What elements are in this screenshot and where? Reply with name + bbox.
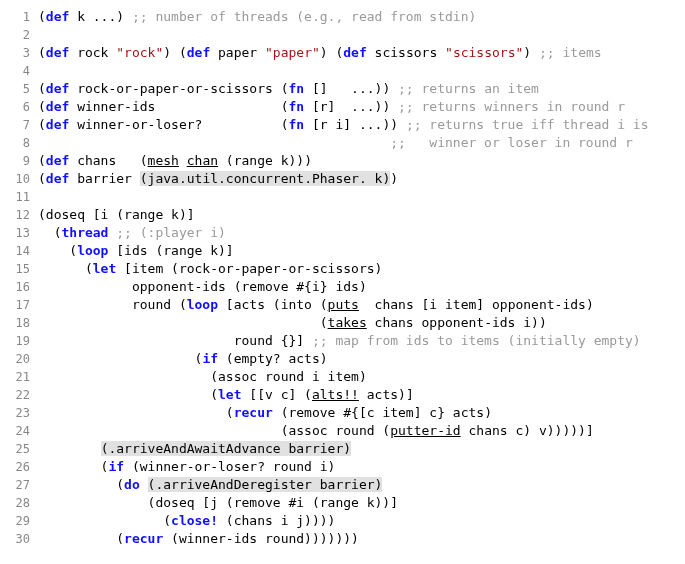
token: winner-ids ( (69, 99, 288, 114)
token: ( (38, 99, 46, 114)
token: ( (38, 81, 46, 96)
code-line: (recur (winner-ids round))))))) (38, 530, 675, 548)
token: (empty? acts) (218, 351, 328, 366)
token-ul: chan (187, 153, 218, 168)
code-line: (close! (chans i j)))) (38, 512, 675, 530)
code-line: (if (empty? acts) (38, 350, 675, 368)
line-number: 26 (10, 458, 38, 476)
token-hl: (.arriveAndDeregister barrier) (148, 477, 383, 492)
token: [r i] ...)) (304, 117, 406, 132)
code-line: (recur (remove #{[c item] c} acts) (38, 404, 675, 422)
token-ul: mesh (148, 153, 179, 168)
token: ) (523, 45, 539, 60)
token-ul: alts!! (312, 387, 359, 402)
token-ul: putter-id (390, 423, 460, 438)
token: (winner-ids round))))))) (163, 531, 359, 546)
token: ( (38, 387, 218, 402)
token: rock (69, 45, 116, 60)
line-number: 21 (10, 368, 38, 386)
token: chans [i item] opponent-ids) (359, 297, 594, 312)
token: ( (38, 117, 46, 132)
line-number: 4 (10, 62, 38, 80)
token: ( (38, 405, 234, 420)
line-number: 23 (10, 404, 38, 422)
code-line: (let [item (rock-or-paper-or-scissors) (38, 260, 675, 278)
token-cm: ;; items (539, 45, 602, 60)
token: opponent-ids (remove #{i} ids) (38, 279, 367, 294)
line-number: 2 (10, 26, 38, 44)
token-kw: recur (234, 405, 273, 420)
code-line: (loop [ids (range k)] (38, 242, 675, 260)
token-hl: (.arriveAndAwaitAdvance barrier) (101, 441, 351, 456)
code-line: (if (winner-or-loser? round i) (38, 458, 675, 476)
token-cm: ;; number of threads (e.g., read from st… (132, 9, 476, 24)
token: ( (38, 459, 108, 474)
line-number: 1 (10, 8, 38, 26)
token: ( (38, 45, 46, 60)
line-number: 3 (10, 44, 38, 62)
code-line: opponent-ids (remove #{i} ids) (38, 278, 675, 296)
line-number: 16 (10, 278, 38, 296)
code-line: round (loop [acts (into (puts chans [i i… (38, 296, 675, 314)
code-line: round {}] ;; map from ids to items (init… (38, 332, 675, 350)
line-number: 19 (10, 332, 38, 350)
code-line: (assoc round i item) (38, 368, 675, 386)
line-number: 13 (10, 224, 38, 242)
token: round {}] (38, 333, 312, 348)
token-kw: if (108, 459, 124, 474)
code-listing: 1(def k ...) ;; number of threads (e.g.,… (10, 8, 675, 548)
token: ) (390, 171, 398, 186)
line-number: 11 (10, 188, 38, 206)
token-cm: ;; (:player i) (116, 225, 226, 240)
code-line: (def rock-or-paper-or-scissors (fn [] ..… (38, 80, 675, 98)
line-number: 5 (10, 80, 38, 98)
line-number: 14 (10, 242, 38, 260)
token: barrier (69, 171, 139, 186)
token: (doseq [i (range k)] (38, 207, 195, 222)
code-line: ;; winner or loser in round r (38, 134, 675, 152)
token: ( (38, 351, 202, 366)
token-cm: ;; returns true iff thread i is (406, 117, 649, 132)
token: winner-or-loser? ( (69, 117, 288, 132)
token-kw: if (202, 351, 218, 366)
token: [[v c] ( (242, 387, 312, 402)
line-number: 28 (10, 494, 38, 512)
line-number: 25 (10, 440, 38, 458)
token: [acts (into ( (218, 297, 328, 312)
token-kw: def (46, 99, 69, 114)
token: ( (38, 261, 93, 276)
token-str: "scissors" (445, 45, 523, 60)
token: chans c) v)))))] (461, 423, 594, 438)
token-kw: def (343, 45, 366, 60)
token: scissors (367, 45, 445, 60)
line-number: 10 (10, 170, 38, 188)
token: ( (38, 531, 124, 546)
token-kw: close! (171, 513, 218, 528)
line-number: 24 (10, 422, 38, 440)
line-number: 20 (10, 350, 38, 368)
token: ( (38, 315, 328, 330)
token-cm: ;; returns an item (398, 81, 539, 96)
token-kw: recur (124, 531, 163, 546)
token: ( (38, 513, 171, 528)
token: [] ...)) (304, 81, 398, 96)
code-line (38, 62, 675, 80)
token: [r] ...)) (304, 99, 398, 114)
token-kw: fn (288, 81, 304, 96)
token-cm: ;; returns winners in round r (398, 99, 625, 114)
token: paper (210, 45, 265, 60)
token: ) ( (320, 45, 343, 60)
token-kw: fn (288, 99, 304, 114)
token-kw: def (46, 117, 69, 132)
token: k ...) (69, 9, 132, 24)
token: (remove #{[c item] c} acts) (273, 405, 492, 420)
token: acts)] (359, 387, 414, 402)
code-line: (doseq [j (remove #i (range k))] (38, 494, 675, 512)
code-line: (thread ;; (:player i) (38, 224, 675, 242)
token: (assoc round i item) (38, 369, 367, 384)
line-number: 17 (10, 296, 38, 314)
token-kw: def (46, 45, 69, 60)
code-line: (doseq [i (range k)] (38, 206, 675, 224)
code-line: (def rock "rock") (def paper "paper") (d… (38, 44, 675, 62)
code-line: (let [[v c] (alts!! acts)] (38, 386, 675, 404)
